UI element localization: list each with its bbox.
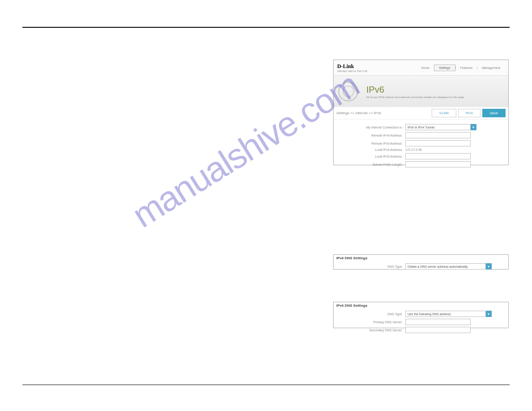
dns-type-label-1: DNS Type: xyxy=(337,265,405,268)
conn-dropdown[interactable]: IPv6 in IPv4 Tunnel xyxy=(405,124,471,130)
page-description: All of your IPv6 Internet and network co… xyxy=(366,96,465,98)
primary-dns-input[interactable] xyxy=(405,319,471,325)
page-header: IPv6 All of your IPv6 Internet and netwo… xyxy=(334,76,508,107)
conn-label: My Internet Connection is: xyxy=(337,126,405,129)
chevron-down-icon[interactable]: ▾ xyxy=(485,311,492,317)
nav-home[interactable]: Home xyxy=(417,66,434,69)
local-ipv4-label: Local IPv4 Address: xyxy=(337,148,405,151)
remote-ipv6-input[interactable] xyxy=(405,140,471,146)
local-ipv6-label: Local IPv6 Address: xyxy=(337,155,405,158)
remote-ipv4-input[interactable] xyxy=(405,132,471,138)
ipv6-form: My Internet Connection is: IPv6 in IPv4 … xyxy=(334,120,508,172)
save-button[interactable]: Save xyxy=(482,109,506,117)
dns-auto-panel: IPv6 DNS Settings DNS Type: Obtain a DNS… xyxy=(333,254,509,270)
secondary-dns-label: Secondary DNS Server: xyxy=(337,329,405,332)
chevron-down-icon[interactable]: ▾ xyxy=(485,263,492,270)
tab-buttons: VLAN IPv4 Save xyxy=(432,109,506,117)
local-ipv6-input[interactable] xyxy=(405,153,471,159)
dns-type-dropdown-manual[interactable]: Use the following DNS address xyxy=(405,311,486,317)
top-rule xyxy=(22,27,510,28)
ipv4-button[interactable]: IPv4 xyxy=(458,109,481,117)
app-topbar: D-Link DIR-867 HW:A1 FW:1.00 Home Settin… xyxy=(334,60,508,76)
dns-type-dropdown-auto[interactable]: Obtain a DNS server address automaticall… xyxy=(405,263,486,270)
dns-manual-panel: IPv6 DNS Settings DNS Type: Use the foll… xyxy=(333,302,509,328)
remote-ipv4-label: Remote IPv4 Address: xyxy=(337,134,405,137)
dns-section-title-1: IPv6 DNS Settings xyxy=(334,255,508,261)
ipv6-settings-panel: D-Link DIR-867 HW:A1 FW:1.00 Home Settin… xyxy=(333,60,509,165)
breadcrumb: Settings >> Internet >> IPv6 xyxy=(336,111,381,115)
brand-logo: D-Link xyxy=(337,63,367,70)
dns-section-title-2: IPv6 DNS Settings xyxy=(334,302,508,309)
primary-dns-label: Primary DNS Server: xyxy=(337,321,405,324)
chevron-down-icon[interactable]: ▾ xyxy=(470,124,476,130)
page-title: IPv6 xyxy=(366,85,465,95)
subnet-input[interactable] xyxy=(405,161,471,167)
breadcrumb-row: Settings >> Internet >> IPv6 VLAN IPv4 S… xyxy=(334,107,508,120)
dns-type-label-2: DNS Type: xyxy=(337,313,405,316)
secondary-dns-input[interactable] xyxy=(405,327,471,333)
top-nav: Home Settings Features Management xyxy=(417,64,505,71)
remote-ipv6-label: Remote IPv6 Address: xyxy=(337,142,405,145)
bottom-rule xyxy=(22,385,510,385)
nav-settings[interactable]: Settings xyxy=(434,64,455,71)
globe-icon xyxy=(338,81,358,102)
vlan-button[interactable]: VLAN xyxy=(432,109,456,117)
model-info: DIR-867 HW:A1 FW:1.00 xyxy=(337,70,367,73)
nav-features[interactable]: Features xyxy=(455,66,477,69)
watermark-text: manualshive.com xyxy=(125,64,366,236)
subnet-label: Subnet Prefix Length: xyxy=(337,163,405,166)
nav-management[interactable]: Management xyxy=(477,66,505,69)
local-ipv4-value: 172.17.5.96 xyxy=(405,148,422,151)
